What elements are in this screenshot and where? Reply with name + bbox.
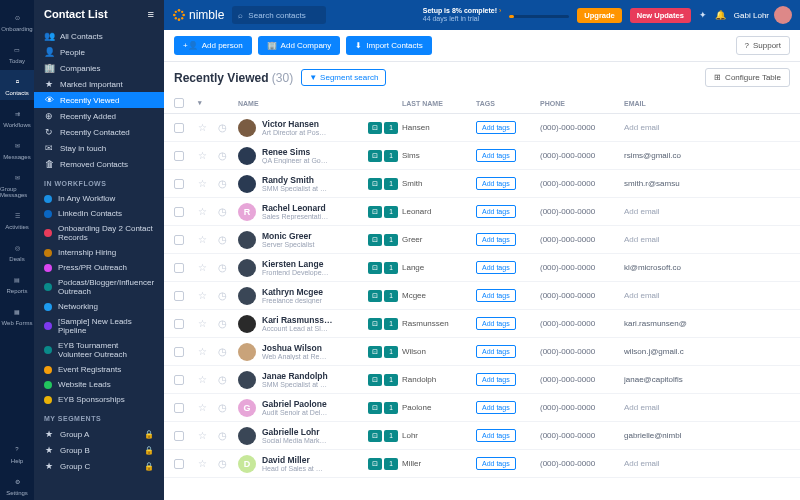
sidebar-item-eyb-sponsorships[interactable]: EYB Sponsorships — [34, 392, 164, 407]
add-tags-button[interactable]: Add tags — [476, 121, 516, 134]
setup-progress[interactable]: Setup is 8% complete! › 44 days left in … — [423, 7, 502, 24]
table-row[interactable]: ☆◷Kiersten LangeFrontend Develope…⊡1Lang… — [164, 254, 800, 282]
sidebar-item-internship-hiring[interactable]: Internship Hiring — [34, 245, 164, 260]
star-icon[interactable]: ☆ — [198, 458, 214, 469]
table-row[interactable]: ☆◷Joshua WilsonWeb Analyst at Re…⊡1Wilso… — [164, 338, 800, 366]
col-last[interactable]: LAST NAME — [402, 100, 472, 107]
row-checkbox[interactable] — [174, 319, 184, 329]
rail-help[interactable]: ?Help — [0, 438, 34, 468]
table-row[interactable]: ☆◷Gabrielle LohrSocial Media Mark…⊡1Lohr… — [164, 422, 800, 450]
rail-messages[interactable]: ✉Messages — [0, 134, 34, 164]
support-button[interactable]: ?Support — [736, 36, 790, 55]
row-checkbox[interactable] — [174, 179, 184, 189]
col-phone[interactable]: PHONE — [540, 100, 620, 107]
email[interactable]: Add email — [624, 235, 704, 244]
rail-activities[interactable]: ☰Activities — [0, 204, 34, 234]
sidebar-item-onboarding-day-2-contact-[interactable]: Onboarding Day 2 Contact Records — [34, 221, 164, 245]
row-checkbox[interactable] — [174, 375, 184, 385]
add-tags-button[interactable]: Add tags — [476, 429, 516, 442]
configure-table-button[interactable]: ⊞Configure Table — [705, 68, 790, 87]
add-tags-button[interactable]: Add tags — [476, 457, 516, 470]
col-email[interactable]: EMAIL — [624, 100, 704, 107]
app-logo[interactable]: nimble — [172, 8, 224, 22]
star-icon[interactable]: ☆ — [198, 150, 214, 161]
star-icon[interactable]: ☆ — [198, 290, 214, 301]
email[interactable]: Add email — [624, 207, 704, 216]
table-row[interactable]: ☆◷Victor HansenArt Director at Pos…⊡1Han… — [164, 114, 800, 142]
rail-reports[interactable]: ▤Reports — [0, 268, 34, 298]
star-icon[interactable]: ☆ — [198, 346, 214, 357]
row-checkbox[interactable] — [174, 263, 184, 273]
chevron-down-icon[interactable]: ▾ — [198, 99, 214, 107]
sidebar-item-all-contacts[interactable]: 👥All Contacts — [34, 28, 164, 44]
col-name[interactable]: NAME — [238, 100, 398, 107]
star-icon[interactable]: ☆ — [198, 262, 214, 273]
add-tags-button[interactable]: Add tags — [476, 205, 516, 218]
email[interactable]: Add email — [624, 459, 704, 468]
import-contacts-button[interactable]: ⬇Import Contacts — [346, 36, 431, 55]
add-person-button[interactable]: +👤Add person — [174, 36, 252, 55]
sidebar-item-group-b[interactable]: ★Group B🔒 — [34, 442, 164, 458]
table-row[interactable]: ☆◷Janae RandolphSMM Specialist at …⊡1Ran… — [164, 366, 800, 394]
col-tags[interactable]: TAGS — [476, 100, 536, 107]
sidebar-item-networking[interactable]: Networking — [34, 299, 164, 314]
table-row[interactable]: ☆◷Renee SimsQA Engineer at Go…⊡1SimsAdd … — [164, 142, 800, 170]
row-checkbox[interactable] — [174, 347, 184, 357]
sidebar-item-linkedin-contacts[interactable]: LinkedIn Contacts — [34, 206, 164, 221]
rail-web-forms[interactable]: ▦Web Forms — [0, 300, 34, 330]
table-row[interactable]: ☆◷Monic GreerServer Specialist⊡1GreerAdd… — [164, 226, 800, 254]
star-icon[interactable]: ☆ — [198, 374, 214, 385]
star-icon[interactable]: ☆ — [198, 234, 214, 245]
table-row[interactable]: ☆◷RRachel LeonardSales Representati…⊡1Le… — [164, 198, 800, 226]
add-tags-button[interactable]: Add tags — [476, 401, 516, 414]
sidebar-item-group-c[interactable]: ★Group C🔒 — [34, 458, 164, 474]
star-icon[interactable]: ☆ — [198, 178, 214, 189]
sidebar-item-recently-contacted[interactable]: ↻Recently Contacted — [34, 124, 164, 140]
add-company-button[interactable]: 🏢Add Company — [258, 36, 341, 55]
table-row[interactable]: ☆◷Kari Rasmunss…Account Lead at Sl…⊡1Ras… — [164, 310, 800, 338]
sidebar-item-marked-important[interactable]: ★Marked Important — [34, 76, 164, 92]
add-tags-button[interactable]: Add tags — [476, 233, 516, 246]
add-tags-button[interactable]: Add tags — [476, 149, 516, 162]
add-tags-button[interactable]: Add tags — [476, 317, 516, 330]
row-checkbox[interactable] — [174, 123, 184, 133]
sidebar-item-people[interactable]: 👤People — [34, 44, 164, 60]
sidebar-item-podcast-blogger-influence[interactable]: Podcast/Blogger/Influencer Outreach — [34, 275, 164, 299]
table-row[interactable]: ☆◷Kathryn McgeeFreelance designer⊡1Mcgee… — [164, 282, 800, 310]
rail-onboarding[interactable]: ⊙Onboarding — [0, 6, 34, 36]
sparkle-icon[interactable]: ✦ — [699, 10, 707, 20]
sidebar-item-recently-added[interactable]: ⊕Recently Added — [34, 108, 164, 124]
upgrade-button[interactable]: Upgrade — [577, 8, 621, 23]
sidebar-item-press-pr-outreach[interactable]: Press/PR Outreach — [34, 260, 164, 275]
rail-group-messages[interactable]: ✉Group Messages — [0, 166, 34, 202]
email[interactable]: Add email — [624, 291, 704, 300]
rail-deals[interactable]: ◎Deals — [0, 236, 34, 266]
add-tags-button[interactable]: Add tags — [476, 261, 516, 274]
sidebar-item-companies[interactable]: 🏢Companies — [34, 60, 164, 76]
add-tags-button[interactable]: Add tags — [476, 177, 516, 190]
email[interactable]: Add email — [624, 403, 704, 412]
sidebar-item-eyb-tournament-volunteer-[interactable]: EYB Tournament Volunteer Outreach — [34, 338, 164, 362]
row-checkbox[interactable] — [174, 235, 184, 245]
add-tags-button[interactable]: Add tags — [476, 373, 516, 386]
sidebar-item--sample-new-leads-pipelin[interactable]: [Sample] New Leads Pipeline — [34, 314, 164, 338]
star-icon[interactable]: ☆ — [198, 318, 214, 329]
sidebar-item-event-registrants[interactable]: Event Registrants — [34, 362, 164, 377]
table-row[interactable]: ☆◷Randy SmithSMM Specialist at …⊡1SmithA… — [164, 170, 800, 198]
sidebar-collapse-icon[interactable]: ≡ — [148, 8, 154, 20]
rail-settings[interactable]: ⚙Settings — [0, 470, 34, 500]
search-input[interactable]: ⌕ Search contacts — [232, 6, 325, 24]
sidebar-item-removed-contacts[interactable]: 🗑Removed Contacts — [34, 156, 164, 172]
bell-icon[interactable]: 🔔 — [715, 10, 726, 20]
new-updates-button[interactable]: New Updates — [630, 8, 691, 23]
row-checkbox[interactable] — [174, 459, 184, 469]
sidebar-item-stay-in-touch[interactable]: ✉Stay in touch — [34, 140, 164, 156]
rail-workflows[interactable]: ⇉Workflows — [0, 102, 34, 132]
star-icon[interactable]: ☆ — [198, 122, 214, 133]
segment-search-button[interactable]: ▼Segment search — [301, 69, 386, 86]
table-row[interactable]: ☆◷GGabriel PaoloneAudit Senoir at Del…⊡1… — [164, 394, 800, 422]
sidebar-item-website-leads[interactable]: Website Leads — [34, 377, 164, 392]
add-tags-button[interactable]: Add tags — [476, 289, 516, 302]
row-checkbox[interactable] — [174, 431, 184, 441]
rail-today[interactable]: ▭Today — [0, 38, 34, 68]
